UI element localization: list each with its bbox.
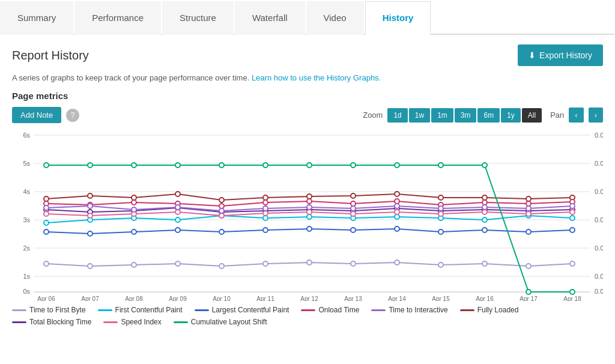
legend-cls-color <box>174 321 188 323</box>
svg-point-109 <box>438 262 443 267</box>
tab-summary[interactable]: Summary <box>0 1 73 35</box>
svg-text:5s: 5s <box>23 160 30 167</box>
zoom-1m-button[interactable]: 1m <box>431 108 453 123</box>
section-title: Page metrics <box>12 91 603 101</box>
description: A series of graphs to keep track of your… <box>12 73 603 82</box>
svg-point-136 <box>482 205 487 210</box>
svg-point-142 <box>175 163 180 168</box>
svg-point-47 <box>570 216 575 220</box>
svg-point-148 <box>438 163 443 168</box>
tab-structure[interactable]: Structure <box>162 1 234 35</box>
svg-text:Apr 09: Apr 09 <box>169 296 187 301</box>
svg-point-139 <box>44 163 49 168</box>
tab-history[interactable]: History <box>365 1 431 35</box>
legend-onload-color <box>301 309 315 311</box>
svg-text:0.00: 0.00 <box>595 188 603 195</box>
svg-text:0.01: 0.01 <box>595 160 603 167</box>
zoom-3m-button[interactable]: 3m <box>455 108 477 123</box>
svg-point-41 <box>307 214 312 219</box>
svg-point-53 <box>263 195 268 200</box>
add-note-button[interactable]: Add Note <box>12 107 61 123</box>
chart-container: 6s 5s 4s 3s 2s 1s 0s 0.01 0.01 0.00 0.00… <box>12 127 603 301</box>
svg-point-102 <box>132 262 136 267</box>
svg-point-106 <box>307 260 312 265</box>
svg-point-151 <box>570 290 575 294</box>
legend-fcp-label: First Contentful Paint <box>115 306 183 314</box>
svg-text:Apr 11: Apr 11 <box>256 296 274 301</box>
svg-point-100 <box>44 261 49 266</box>
svg-point-45 <box>482 217 487 222</box>
svg-point-128 <box>132 207 136 212</box>
legend-tbt: Total Blocking Time <box>12 318 91 326</box>
svg-point-131 <box>263 206 268 211</box>
svg-point-143 <box>219 163 224 168</box>
help-button[interactable]: ? <box>66 109 79 122</box>
svg-point-110 <box>482 261 487 266</box>
svg-text:Apr 14: Apr 14 <box>388 296 406 301</box>
svg-point-112 <box>570 261 575 266</box>
svg-point-141 <box>132 163 136 168</box>
svg-point-89 <box>132 229 136 234</box>
svg-text:Apr 12: Apr 12 <box>300 296 318 301</box>
svg-point-104 <box>219 264 224 268</box>
history-graphs-link[interactable]: Learn how to use the History Graphs. <box>252 73 381 82</box>
svg-point-144 <box>263 163 268 168</box>
export-history-button[interactable]: ⬇ Export History <box>518 44 603 66</box>
svg-point-105 <box>263 261 268 266</box>
svg-point-120 <box>351 201 356 206</box>
legend-si-color <box>103 321 118 323</box>
svg-point-75 <box>88 213 92 218</box>
tab-performance[interactable]: Performance <box>74 1 161 35</box>
svg-point-121 <box>395 199 399 204</box>
zoom-1y-button[interactable]: 1y <box>501 108 521 123</box>
svg-point-95 <box>395 226 399 231</box>
pan-label: Pan <box>550 111 564 120</box>
tabs-bar: Summary Performance Structure Waterfall … <box>0 0 615 35</box>
svg-point-103 <box>175 261 180 266</box>
svg-point-135 <box>438 206 443 211</box>
svg-text:Apr 07: Apr 07 <box>81 296 99 301</box>
svg-point-132 <box>307 205 312 210</box>
zoom-label: Zoom <box>363 111 383 120</box>
svg-point-82 <box>395 210 399 214</box>
svg-text:0.00: 0.00 <box>595 273 603 280</box>
svg-point-129 <box>175 205 180 210</box>
svg-text:1s: 1s <box>23 273 30 280</box>
zoom-1d-button[interactable]: 1d <box>387 108 407 123</box>
svg-point-52 <box>219 198 224 202</box>
pan-left-button[interactable]: ‹ <box>569 108 583 123</box>
legend-ttfb-label: Time to First Byte <box>29 306 86 314</box>
svg-text:2s: 2s <box>23 244 30 252</box>
tab-video[interactable]: Video <box>306 1 364 35</box>
export-btn-label: Export History <box>539 50 592 60</box>
svg-point-119 <box>307 199 312 204</box>
legend-ttfb: Time to First Byte <box>12 306 86 314</box>
svg-point-97 <box>482 228 487 232</box>
zoom-all-button[interactable]: All <box>522 108 542 123</box>
tab-waterfall[interactable]: Waterfall <box>235 1 305 35</box>
svg-text:0.00: 0.00 <box>595 288 603 295</box>
pan-right-button[interactable]: › <box>589 108 603 123</box>
svg-point-81 <box>351 211 356 216</box>
svg-text:Apr 18: Apr 18 <box>563 296 581 301</box>
svg-text:Apr 15: Apr 15 <box>432 296 450 301</box>
svg-point-40 <box>263 216 268 220</box>
svg-point-126 <box>44 205 49 210</box>
svg-point-96 <box>438 229 443 234</box>
zoom-6m-button[interactable]: 6m <box>477 108 500 123</box>
legend-tbt-label: Total Blocking Time <box>29 318 91 326</box>
svg-point-54 <box>307 194 312 199</box>
description-text: A series of graphs to keep track of your… <box>12 73 249 82</box>
legend-tti: Time to Interactive <box>371 306 447 314</box>
svg-point-137 <box>526 206 531 211</box>
svg-point-101 <box>88 264 92 268</box>
svg-text:Apr 10: Apr 10 <box>213 296 231 301</box>
svg-point-123 <box>482 200 487 205</box>
svg-point-91 <box>219 229 224 234</box>
zoom-1w-button[interactable]: 1w <box>409 108 430 123</box>
svg-point-80 <box>307 210 312 214</box>
svg-point-94 <box>351 228 356 232</box>
legend-lcp-label: Largest Contentful Paint <box>212 306 289 314</box>
svg-point-51 <box>175 192 180 196</box>
main-content: Report History ⬇ Export History A series… <box>0 35 615 336</box>
